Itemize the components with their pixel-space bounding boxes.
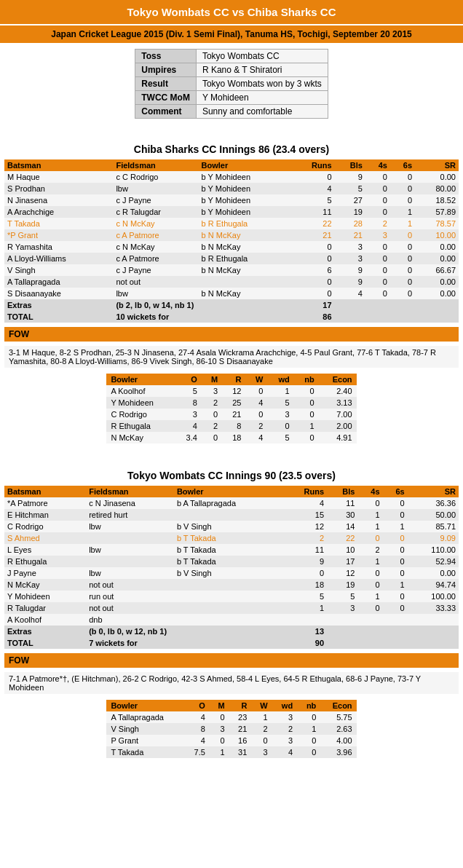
table-cell: R Ethugala [4,556,86,567]
table-cell: A Lloyd-Williams [4,253,113,264]
table-row: T Takadac N McKayb R Ethugala22282178.57 [4,218,459,229]
total-runs: 90 [283,637,327,649]
table-cell [174,602,283,614]
table-cell: c N McKay [113,241,198,253]
match-info-label: Comment [135,105,197,119]
table-cell: 9 [335,171,365,183]
innings1-batting-table: BatsmanFieldsmanBowlerRunsBls4s6sSR M Ha… [4,159,459,323]
bowling-cell: 12 [222,385,245,397]
table-cell: 19 [327,579,357,591]
bowling-col-header: wd [267,374,293,385]
total-row: TOTAL 10 wickets for 86 [4,311,459,323]
table-cell: 9.09 [408,532,459,544]
bowling-cell: 0 [210,711,229,723]
bowling-col-header: W [245,374,267,385]
sub-title: Japan Cricket League 2015 (Div. 1 Semi F… [0,24,463,43]
bowling-cell: T Takada [106,746,184,758]
table-cell: 0.00 [415,276,459,288]
innings2-fow-text: 7-1 A Patmore*†, (E Hitchman), 26-2 C Ro… [4,672,459,694]
extras-row: Extras (b 2, lb 0, w 14, nb 1) 17 [4,299,459,311]
bowling-cell: 0 [294,385,319,397]
extras-blank [365,299,390,311]
bowling-cell: 1 [267,385,293,397]
bowling-row: C Rodrigo30210307.00 [106,409,356,420]
table-cell: 0 [383,591,408,602]
bowling-cell: 5 [175,385,201,397]
table-cell: R Yamashita [4,241,113,253]
bowling-cell: A Koolhof [106,385,175,397]
table-cell: c A Patmore [113,229,198,241]
table-cell: b N McKay [199,229,291,241]
table-cell: 28 [335,218,365,229]
bowling-cell: 5.75 [320,711,356,723]
table-cell: b Y Mohideen [199,206,291,218]
bowling-col-header: M [210,700,229,711]
table-cell: b Y Mohideen [199,171,291,183]
table-cell: 0.00 [408,567,459,579]
table-row: A Tallapragadanot out09000.00 [4,276,459,288]
bowling-cell: 25 [222,397,245,409]
table-cell: 2 [357,544,382,556]
bowling-cell: 0 [267,420,293,432]
bowling-cell: 7.5 [184,746,210,758]
table-cell: 21 [335,229,365,241]
bowling-cell: 4 [175,420,201,432]
table-cell [327,614,357,626]
innings2-bowling-table: BowlerOMRWwdnbEcon A Tallapragada4023130… [106,700,356,758]
col-header: SR [415,159,459,171]
table-cell: 0.00 [415,241,459,253]
col-header: 6s [390,159,415,171]
table-cell: 0 [383,497,408,509]
table-row: R Talugdarnot out130033.33 [4,602,459,614]
table-cell: 0 [365,194,390,206]
bowling-cell: 2.00 [319,420,357,432]
bowling-cell: 8 [222,420,245,432]
bowling-cell: 5 [267,397,293,409]
table-cell: 0 [357,532,382,544]
bowling-cell: 4 [184,711,210,723]
table-cell: 1 [357,591,382,602]
table-cell: b N McKay [199,264,291,276]
match-info-label: TWCC MoM [135,91,197,105]
table-cell: 50.00 [408,509,459,521]
col-header: Bowler [199,159,291,171]
bowling-cell: 0 [245,409,267,420]
table-cell: 0 [390,183,415,194]
table-cell: 5 [335,183,365,194]
innings1-title: Chiba Sharks CC Innings 86 (23.4 overs) [4,139,459,159]
bowling-cell: 3.96 [320,746,356,758]
table-cell: 78.57 [415,218,459,229]
bowling-cell: 0 [294,397,319,409]
match-info-value: R Kano & T Shiratori [196,63,328,77]
table-row: V Singhc J Payneb N McKay690066.67 [4,264,459,276]
bowling-cell: 3 [272,735,298,746]
table-cell: lbw [86,567,174,579]
bowling-col-header: O [184,700,210,711]
table-cell: 3 [327,602,357,614]
table-cell: 0 [390,229,415,241]
innings2-title: Tokyo Wombats CC Innings 90 (23.5 overs) [4,465,459,486]
table-row: E Hitchmanretired hurt15301050.00 [4,509,459,521]
table-row: N McKaynot out18190194.74 [4,579,459,591]
table-cell: 0 [383,567,408,579]
table-row: *P Grantc A Patmoreb N McKay21213010.00 [4,229,459,241]
table-cell: L Eyes [4,544,86,556]
bowling-cell: 2.63 [320,723,356,735]
table-cell: 0 [383,509,408,521]
match-info-value: Y Mohideen [196,91,328,105]
table-cell [86,556,174,567]
table-row: S Ahmedb T Takada222009.09 [4,532,459,544]
innings2-section: Tokyo Wombats CC Innings 90 (23.5 overs)… [4,465,459,758]
table-row: R Yamashitac N McKayb N McKay03000.00 [4,241,459,253]
extras-label: Extras [4,626,86,637]
table-cell: c N Jinasena [86,497,174,509]
col-header: Batsman [4,486,86,497]
table-cell: 0 [365,206,390,218]
table-cell: Y Mohideen [4,591,86,602]
bowling-cell: 3.4 [175,432,201,443]
bowling-cell: 4 [272,746,298,758]
col-header: Runs [283,486,327,497]
table-row: L Eyeslbwb T Takada111020110.00 [4,544,459,556]
bowling-col-header: M [202,374,222,385]
table-cell: J Payne [4,567,86,579]
